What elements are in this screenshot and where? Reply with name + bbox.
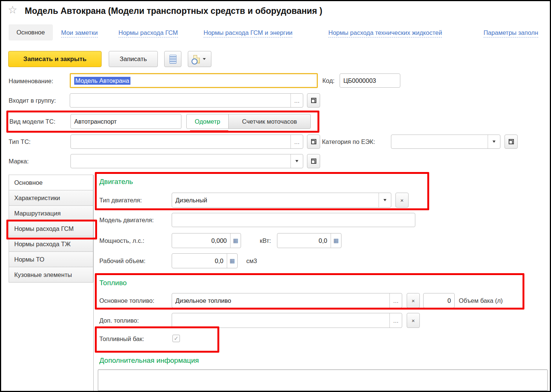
eek-category-dropdown-button[interactable] [488, 135, 500, 148]
extra-fuel-choose-button[interactable]: … [389, 313, 402, 328]
power-hp-input[interactable]: 0,000 ▦ [172, 233, 241, 248]
engine-model-label: Модель двигателя: [99, 217, 154, 224]
tank-volume-label: Объем бака (л) [459, 297, 503, 304]
sidetab-fuel-norms[interactable]: Нормы расхода ГСМ [9, 221, 93, 236]
vehicle-type-value [71, 135, 290, 148]
name-label: Наименование: [9, 78, 53, 85]
power-kw-input[interactable]: 0,0 ▦ [277, 233, 341, 248]
fuel-tank-label: Топливный бак: [99, 335, 144, 343]
vehicle-type-open-button[interactable] [307, 135, 320, 149]
engine-section-title: Двигатель [99, 178, 133, 186]
list-icon [169, 55, 177, 64]
displacement-calculator-button[interactable]: ▦ [227, 254, 237, 268]
dropdown-arrow-icon [383, 199, 386, 201]
dropdown-arrow-icon [203, 58, 206, 60]
vehicle-type-label: Тип ТС: [9, 138, 31, 145]
page-title: Модель Автокрана (Модели транспортных ср… [25, 6, 322, 16]
displacement-unit: см3 [246, 257, 257, 265]
additional-info-textarea[interactable] [98, 370, 548, 391]
model-kind-input[interactable]: Автотранспорт [70, 114, 181, 129]
extra-fuel-label: Доп. топливо: [99, 317, 139, 324]
displacement-input[interactable]: 0,0 ▦ [172, 253, 238, 268]
main-fuel-input[interactable]: Дизельное топливо … [172, 293, 402, 308]
group-choose-button[interactable]: … [290, 94, 303, 107]
tank-volume-input[interactable]: 0 [423, 293, 455, 308]
code-label: Код: [322, 77, 335, 84]
brand-value [71, 154, 290, 168]
brand-open-button[interactable] [307, 154, 320, 168]
brand-input[interactable] [70, 154, 303, 168]
dropdown-arrow-icon [295, 160, 298, 162]
vehicle-type-input[interactable]: … [70, 135, 303, 149]
code-value: ЦБ0000003 [340, 74, 400, 87]
group-label: Входит в группу: [9, 97, 56, 104]
annotation-underline-odometer [190, 130, 228, 132]
name-input[interactable]: Модель Автокрана [70, 73, 318, 88]
displacement-value: 0,0 [172, 254, 227, 268]
code-input[interactable]: ЦБ0000003 [340, 73, 400, 88]
fuel-section-title: Топливо [99, 279, 127, 287]
save-button[interactable]: Записать [109, 51, 158, 67]
nav-link-fuel-energy-norms[interactable]: Нормы расхода ГСМ и энергии [204, 29, 292, 37]
engine-model-value [172, 213, 415, 227]
history-menu-button[interactable] [188, 51, 211, 67]
tab-main-active[interactable]: Основное [9, 24, 53, 40]
power-hp-calculator-button[interactable]: ▦ [230, 233, 241, 248]
power-kw-label: кВт: [260, 237, 271, 244]
toggle-odometer[interactable]: Одометр [186, 114, 229, 129]
sidetab-main[interactable]: Основное [9, 175, 93, 190]
open-icon [311, 98, 316, 103]
additional-info-section-title: Дополнительная информация [99, 356, 199, 365]
extra-fuel-input[interactable]: … [172, 313, 402, 328]
sidetab-routing[interactable]: Маршрутизация [9, 205, 93, 221]
extra-fuel-clear-button[interactable]: × [407, 313, 420, 328]
fuel-tank-checkbox[interactable]: ✓ [172, 335, 180, 342]
checkmark-icon: ✓ [174, 335, 179, 342]
favorite-star-icon[interactable]: ☆ [8, 5, 17, 15]
group-input[interactable]: … [70, 93, 303, 108]
vehicle-type-choose-button[interactable]: … [290, 135, 303, 148]
panel-divider [93, 175, 94, 391]
engine-type-clear-button[interactable]: × [395, 193, 409, 208]
open-icon [311, 159, 316, 164]
engine-type-input[interactable]: Дизельный [172, 193, 391, 208]
tank-volume-value: 0 [424, 293, 454, 308]
open-icon [509, 139, 514, 144]
eek-category-label: Категория по ЕЭК: [322, 138, 375, 145]
eek-category-value [391, 135, 488, 148]
form-window: ☆ Модель Автокрана (Модели транспортных … [0, 0, 551, 392]
model-kind-label: Вид модели ТС: [9, 118, 55, 125]
power-kw-calculator-button[interactable]: ▦ [331, 233, 341, 248]
model-kind-value: Автотранспорт [71, 114, 181, 129]
group-value [70, 94, 290, 107]
eek-category-open-button[interactable] [505, 135, 518, 149]
main-fuel-clear-button[interactable]: × [407, 293, 420, 308]
group-open-button[interactable] [307, 93, 320, 108]
sidetab-body-elements[interactable]: Кузовные элементы [9, 267, 93, 283]
main-fuel-choose-button[interactable]: … [389, 293, 402, 308]
sidetab-characteristics[interactable]: Характеристики [9, 190, 93, 206]
nav-link-my-notes[interactable]: Мои заметки [61, 29, 98, 37]
displacement-label: Рабочий объем: [99, 257, 145, 265]
engine-type-dropdown-button[interactable] [379, 193, 391, 207]
toggle-engine-hours[interactable]: Счетчик моточасов [228, 114, 311, 129]
nav-link-tech-fluids-norms[interactable]: Нормы расхода технических жидкостей [328, 29, 442, 37]
engine-model-input[interactable] [172, 213, 415, 227]
engine-type-value: Дизельный [172, 193, 379, 207]
power-kw-value: 0,0 [277, 233, 331, 248]
extra-fuel-value [172, 313, 389, 328]
eek-category-input[interactable] [391, 135, 500, 149]
dropdown-arrow-icon [493, 141, 496, 143]
save-and-close-button[interactable]: Записать и закрыть [8, 51, 102, 67]
brand-dropdown-button[interactable] [290, 154, 303, 168]
register-records-button[interactable] [164, 51, 181, 67]
sidetab-maintenance-norms[interactable]: Нормы ТО [9, 251, 93, 267]
main-fuel-value: Дизельное топливо [172, 293, 389, 308]
nav-link-fill-parameters[interactable]: Параметры заполн [484, 29, 538, 37]
open-icon [311, 139, 316, 144]
power-hp-label: Мощность, л.с.: [99, 237, 144, 244]
name-selected-text: Модель Автокрана [74, 77, 130, 85]
sidetab-tech-fluid-norms[interactable]: Нормы расхода ТЖ [9, 236, 93, 252]
document-clock-icon [193, 55, 200, 63]
nav-link-fuel-norms[interactable]: Нормы расхода ГСМ [118, 29, 178, 37]
